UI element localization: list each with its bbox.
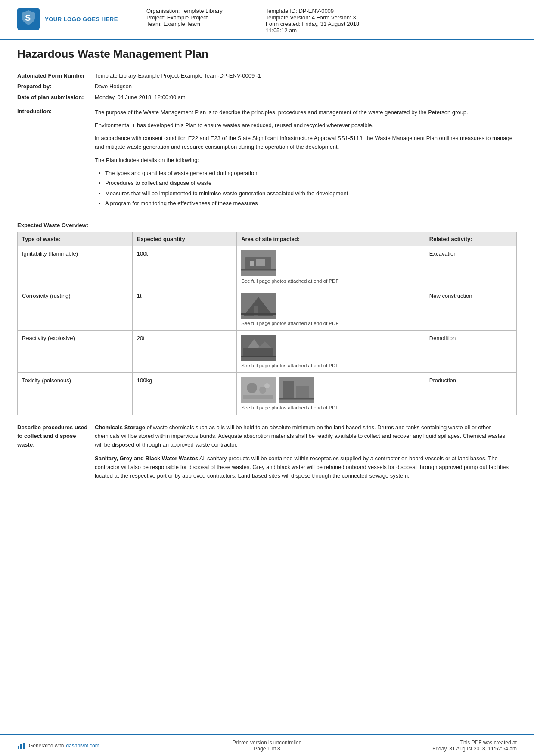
waste-activity-0: Excavation xyxy=(425,246,516,288)
table-row: Toxicity (poisonous) 100kg xyxy=(18,372,517,415)
describe-procedures-table: Describe procedures used to collect and … xyxy=(17,421,517,488)
svg-rect-15 xyxy=(241,377,276,403)
footer-left: Generated with dashpivot.com xyxy=(17,742,184,749)
intro-content: The purpose of the Waste Management Plan… xyxy=(95,106,517,214)
waste-quantity-2: 20t xyxy=(132,330,236,372)
date-row: Date of plan submission: Monday, 04 June… xyxy=(17,92,517,103)
image-container-1 xyxy=(241,293,420,319)
svg-rect-4 xyxy=(256,259,265,266)
page: S YOUR LOGO GOES HERE Organisation: Temp… xyxy=(0,0,534,756)
waste-area-0: See full page photos attached at end of … xyxy=(237,246,425,288)
waste-area-1: See full page photos attached at end of … xyxy=(237,288,425,330)
dashpivot-link[interactable]: dashpivot.com xyxy=(66,743,99,749)
img-caption-3: See full page photos attached at end of … xyxy=(241,405,420,410)
waste-col-activity: Related activity: xyxy=(425,232,516,246)
generated-text: Generated with xyxy=(29,743,64,749)
prepared-by-row: Prepared by: Dave Hodgson xyxy=(17,81,517,92)
svg-rect-19 xyxy=(243,395,273,399)
svg-rect-3 xyxy=(250,261,254,266)
form-created-row: Form created: Friday, 31 August 2018, 11… xyxy=(266,21,368,34)
date-label: Date of plan submission: xyxy=(17,92,95,103)
waste-col-quantity: Expected quantity: xyxy=(132,232,236,246)
info-table: Automated Form Number Template Library-E… xyxy=(17,70,517,103)
img-caption-2: See full page photos attached at end of … xyxy=(241,363,420,368)
desc-para-0-bold: Chemicals Storage xyxy=(95,424,145,431)
header-meta: Organisation: Template Library Project: … xyxy=(146,8,368,34)
page-header: S YOUR LOGO GOES HERE Organisation: Temp… xyxy=(0,0,534,40)
waste-activity-1: New construction xyxy=(425,288,516,330)
desc-para-1: Sanitary, Grey and Black Water Wastes Al… xyxy=(95,454,513,480)
describe-procedures-row: Describe procedures used to collect and … xyxy=(17,421,517,488)
intro-para-0: The purpose of the Waste Management Plan… xyxy=(95,108,513,117)
image-container-3 xyxy=(241,377,420,403)
waste-activity-3: Production xyxy=(425,372,516,415)
site-image-3b xyxy=(279,377,314,403)
intro-table: Introduction: The purpose of the Waste M… xyxy=(17,106,517,214)
main-content: Hazardous Waste Management Plan Automate… xyxy=(0,40,534,734)
intro-para-2: In accordance with consent condition E22… xyxy=(95,134,513,151)
intro-bullets: The types and quantities of waste genera… xyxy=(95,169,513,208)
intro-bullet-1: Procedures to collect and dispose of was… xyxy=(105,179,513,187)
pdf-created-text: This PDF was created at xyxy=(350,740,517,746)
intro-label: Introduction: xyxy=(17,106,95,214)
logo-box: S xyxy=(17,8,40,30)
header-meta-right: Template ID: DP-ENV-0009 Template Versio… xyxy=(266,8,368,34)
footer-center: Printed version is uncontrolled Page 1 o… xyxy=(184,740,351,752)
table-row: Ignitability (flammable) 100t xyxy=(18,246,517,288)
footer-right: This PDF was created at Friday, 31 Augus… xyxy=(350,740,517,752)
svg-text:S: S xyxy=(25,13,31,22)
site-image-2 xyxy=(241,335,276,361)
page-footer: Generated with dashpivot.com Printed ver… xyxy=(0,734,534,756)
svg-point-17 xyxy=(259,387,266,394)
waste-table-header-row: Type of waste: Expected quantity: Area o… xyxy=(18,232,517,246)
intro-bullet-2: Measures that will be implemented to min… xyxy=(105,189,513,198)
form-number-row: Automated Form Number Template Library-E… xyxy=(17,70,517,81)
team-row: Team: Example Team xyxy=(146,21,248,27)
site-image-3a xyxy=(241,377,276,403)
intro-bullet-0: The types and quantities of waste genera… xyxy=(105,169,513,178)
table-row: Reactivity (explosive) 20t xyxy=(18,330,517,372)
footer-logo: Generated with dashpivot.com xyxy=(17,742,99,749)
pdf-created-date: Friday, 31 August 2018, 11:52:54 am xyxy=(350,746,517,752)
form-number-value: Template Library-Example Project-Example… xyxy=(95,70,517,81)
waste-col-area: Area of site impacted: xyxy=(237,232,425,246)
waste-overview-title: Expected Waste Overview: xyxy=(17,222,517,228)
intro-row: Introduction: The purpose of the Waste M… xyxy=(17,106,517,214)
svg-point-18 xyxy=(264,383,270,388)
waste-area-2: See full page photos attached at end of … xyxy=(237,330,425,372)
document-title: Hazardous Waste Management Plan xyxy=(17,47,517,63)
waste-quantity-0: 100t xyxy=(132,246,236,288)
logo-area: S YOUR LOGO GOES HERE xyxy=(17,8,129,30)
template-version-row: Template Version: 4 Form Version: 3 xyxy=(266,14,368,21)
svg-rect-21 xyxy=(283,381,294,399)
svg-rect-25 xyxy=(20,744,22,749)
desc-para-1-bold: Sanitary, Grey and Black Water Wastes xyxy=(95,455,198,462)
img-caption-0: See full page photos attached at end of … xyxy=(241,278,420,284)
waste-type-2: Reactivity (explosive) xyxy=(18,330,133,372)
waste-type-3: Toxicity (poisonous) xyxy=(18,372,133,415)
image-container-0 xyxy=(241,250,420,276)
uncontrolled-text: Printed version is uncontrolled xyxy=(184,740,351,746)
date-value: Monday, 04 June 2018, 12:00:00 am xyxy=(95,92,517,103)
organisation-row: Organisation: Template Library xyxy=(146,8,248,14)
waste-area-3: See full page photos attached at end of … xyxy=(237,372,425,415)
describe-procedures-content: Chemicals Storage of waste chemicals suc… xyxy=(95,421,517,488)
intro-bullet-3: A program for monitoring the effectivene… xyxy=(105,199,513,208)
image-container-2 xyxy=(241,335,420,361)
svg-rect-26 xyxy=(23,743,25,749)
logo-icon: S xyxy=(21,9,36,29)
site-image-1 xyxy=(241,293,276,319)
waste-type-0: Ignitability (flammable) xyxy=(18,246,133,288)
waste-activity-2: Demolition xyxy=(425,330,516,372)
waste-col-type: Type of waste: xyxy=(18,232,133,246)
prepared-by-value: Dave Hodgson xyxy=(95,81,517,92)
project-row: Project: Example Project xyxy=(146,14,248,21)
img-caption-1: See full page photos attached at end of … xyxy=(241,321,420,326)
header-meta-left: Organisation: Template Library Project: … xyxy=(146,8,248,34)
prepared-by-label: Prepared by: xyxy=(17,81,95,92)
waste-quantity-3: 100kg xyxy=(132,372,236,415)
desc-para-0: Chemicals Storage of waste chemicals suc… xyxy=(95,423,513,449)
page-number: Page 1 of 8 xyxy=(184,746,351,752)
describe-procedures-label: Describe procedures used to collect and … xyxy=(17,421,95,488)
waste-quantity-1: 1t xyxy=(132,288,236,330)
